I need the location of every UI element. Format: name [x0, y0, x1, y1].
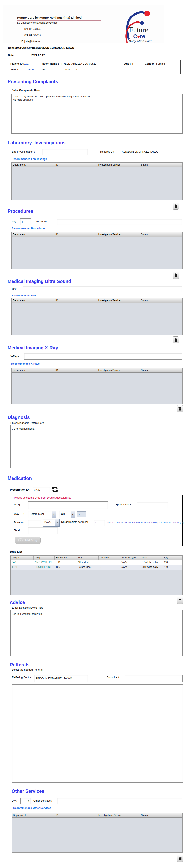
- consultant-input[interactable]: [125, 675, 183, 682]
- advice-textarea[interactable]: See in 1 week for follow up: [10, 610, 183, 656]
- total-input[interactable]: [28, 527, 58, 534]
- uss-label: USS :: [12, 287, 19, 290]
- consult-date-line: Date: 2024-02-17: [8, 54, 45, 57]
- xray-delete-button[interactable]: [177, 405, 183, 412]
- procedures-input[interactable]: [57, 219, 182, 225]
- reffering-doctor-label: Reffering Doctor: [12, 676, 31, 679]
- drug-name-cell[interactable]: AMOXYCILLIN: [34, 560, 55, 565]
- drug-id-cell[interactable]: 343: [11, 560, 34, 565]
- other-services-table: Department ID Investigation / Service St…: [12, 813, 183, 853]
- company-name-underline: [17, 20, 101, 21]
- duration-type-select[interactable]: Day/s ▼: [43, 519, 60, 527]
- other-services-table-header: Department ID Investigation / Service St…: [12, 813, 182, 818]
- other-services-delete-button[interactable]: [177, 855, 183, 862]
- dropdown-arrow-icon: ▼: [52, 511, 56, 518]
- other-qty-input[interactable]: [20, 798, 31, 804]
- way-label: Way: [14, 512, 19, 515]
- patient-id: Patient ID :191: [10, 62, 29, 65]
- procedures-qty-input[interactable]: [20, 218, 31, 225]
- drug-name-cell[interactable]: BROMHEXINE: [34, 565, 55, 569]
- lab-delete-button[interactable]: [173, 203, 179, 210]
- way-select-value: Before Meal: [28, 511, 52, 518]
- duration-type-cell: Day/s: [119, 560, 141, 565]
- dropdown-arrow-icon: ▼: [55, 519, 59, 526]
- note-cell: 5ml twice daily: [141, 565, 163, 569]
- add-drug-button[interactable]: + Add Drug: [15, 536, 41, 544]
- trash-icon: [178, 598, 182, 602]
- drug-list-table: Drug ID Drug Fequency Way Duration Durat…: [10, 555, 183, 595]
- procedures-delete-button[interactable]: [173, 272, 179, 279]
- duration-type-value: Day/s: [43, 519, 55, 526]
- column-header: Status: [140, 232, 182, 237]
- patient-age: Age : 4: [124, 62, 133, 65]
- refferal-list-box[interactable]: [12, 684, 183, 783]
- procedures-qty-label: Qty :: [12, 220, 17, 223]
- section-heading-other-services: Other Services: [12, 789, 44, 794]
- column-header: Note: [141, 556, 163, 560]
- column-header: Status: [140, 813, 182, 817]
- trash-icon: [178, 407, 182, 411]
- column-header: ID: [54, 162, 97, 167]
- diagnosis-textarea[interactable]: ? Broncopneumonia: [10, 425, 182, 468]
- qty-cell: 1.0: [163, 565, 182, 569]
- other-services-input[interactable]: [57, 798, 182, 804]
- procedures-table-header: Department ID Investigation/Service Stat…: [12, 232, 182, 237]
- column-header: Investigation/Service: [97, 162, 140, 167]
- per-meal-input[interactable]: [94, 520, 105, 526]
- way-colon: :: [23, 512, 24, 515]
- uss-table: Department ID Investigation/Service Stat…: [11, 298, 183, 335]
- complaints-textarea[interactable]: Chest X-ray shows incresed opacity in th…: [11, 94, 183, 133]
- frequency-select-value: OD: [59, 511, 71, 518]
- refresh-icon: [51, 486, 59, 493]
- drug-table-row[interactable]: 1421 BROMHEXINE BID Before Meal 5 Day/s …: [11, 565, 182, 569]
- frequency-select[interactable]: OD ▼: [59, 511, 75, 518]
- column-header: Drug: [34, 556, 55, 560]
- column-header: Department: [12, 368, 54, 372]
- drug-table-header: Drug ID Drug Fequency Way Duration Durat…: [11, 556, 182, 560]
- column-header: Qty: [163, 556, 182, 560]
- per-meal-label: Drugs/Tablets per meal :: [61, 520, 89, 523]
- section-heading-xray: Medical Imaging X-Ray: [8, 345, 58, 351]
- uss-delete-button[interactable]: [173, 336, 179, 343]
- uss-input[interactable]: [23, 286, 182, 292]
- column-header: Fequency: [55, 556, 76, 560]
- way-cell: After Meal: [76, 560, 99, 565]
- note-cell: 5.5ml three tim...: [141, 560, 163, 565]
- drug-input[interactable]: [28, 501, 108, 509]
- company-email: E: jude@future.sc: [21, 40, 41, 43]
- drug-list-delete-button[interactable]: [177, 597, 183, 604]
- recommended-procedures-label: Recommended Procedures: [12, 227, 45, 230]
- drug-table-row[interactable]: 343 AMOXYCILLIN TID After Meal 5 Day/s 5…: [11, 560, 182, 565]
- column-header: ID: [54, 298, 97, 303]
- add-drug-button-label: Add Drug: [24, 538, 37, 542]
- other-services-label: Other Services :: [33, 799, 52, 802]
- patient-gender: Gender : Female: [145, 62, 165, 65]
- trash-icon: [174, 338, 178, 342]
- reffering-doctor-input[interactable]: [34, 675, 88, 682]
- diagnosis-sublabel: Enter Diagnosis Details Here: [10, 421, 44, 424]
- refresh-prescription-button[interactable]: [51, 486, 59, 493]
- column-header: Status: [140, 368, 182, 372]
- lab-table-header: Department ID Investigation/Service Stat…: [12, 162, 182, 167]
- consulted-by-line: Consulted By: Dr. ABIODUN EMMANUEL TAIWO: [8, 46, 74, 49]
- column-header: Investigation / Service: [97, 813, 140, 817]
- visit-id: Visit ID: 11146: [10, 68, 34, 71]
- xray-input[interactable]: [24, 353, 182, 360]
- duration-cell: 5: [99, 565, 119, 569]
- trash-icon: [174, 204, 178, 208]
- procedures-table: Department ID Investigation/Service Stat…: [11, 232, 183, 270]
- special-notes-input[interactable]: [137, 502, 168, 508]
- duration-input[interactable]: [28, 520, 41, 526]
- column-header: ID: [54, 368, 97, 372]
- column-header: Department: [12, 232, 54, 237]
- way-select[interactable]: Before Meal ▼: [28, 511, 56, 518]
- drug-id-cell[interactable]: 1421: [11, 565, 34, 569]
- total-colon: :: [23, 529, 24, 532]
- column-header: Way: [76, 556, 99, 560]
- lab-investigation-input[interactable]: [42, 149, 88, 155]
- company-phone-2: T: +24 84 225 252: [21, 34, 41, 37]
- prescription-id-input[interactable]: [33, 487, 50, 493]
- section-heading-advice: Advice: [10, 600, 25, 605]
- column-header: Department: [12, 813, 54, 817]
- plus-icon: +: [18, 538, 23, 542]
